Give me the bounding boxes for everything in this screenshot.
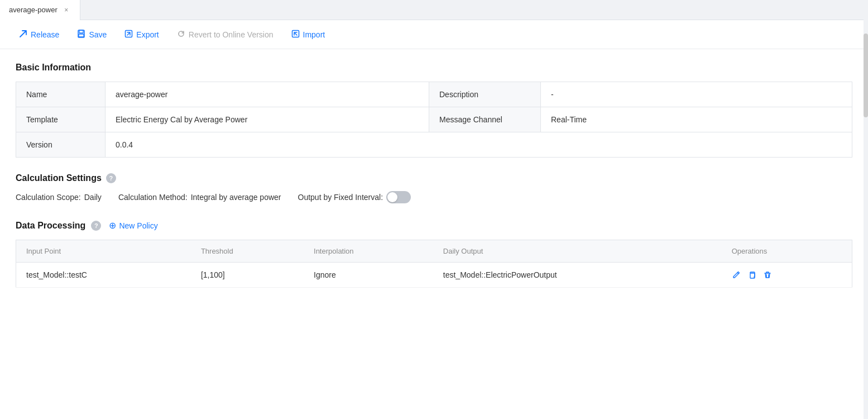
calc-settings-header: Calculation Settings ?: [16, 173, 852, 183]
version-value: 0.0.4: [105, 132, 852, 158]
data-processing-title: Data Processing: [16, 221, 85, 231]
main-content: Basic Information Name average-power Des…: [0, 49, 868, 419]
col-input-point: Input Point: [16, 240, 191, 263]
new-policy-button[interactable]: ⊕ New Policy: [107, 219, 160, 232]
release-icon: [19, 30, 27, 40]
name-label: Name: [16, 82, 105, 107]
threshold-value: [1,100]: [191, 263, 304, 288]
method-label: Calculation Method:: [118, 193, 188, 202]
data-processing-table: Input Point Threshold Interpolation Dail…: [16, 240, 852, 288]
data-proc-help-icon[interactable]: ?: [91, 221, 101, 231]
tab-close-icon[interactable]: ×: [62, 6, 71, 15]
basic-info-title: Basic Information: [16, 63, 852, 73]
table-row: Template Electric Energy Cal by Average …: [16, 107, 852, 132]
interval-label: Output by Fixed Interval:: [298, 193, 383, 202]
name-value: average-power: [105, 82, 429, 107]
col-operations: Operations: [722, 240, 852, 263]
toggle-thumb: [387, 192, 397, 202]
svg-rect-2: [79, 34, 84, 37]
template-label: Template: [16, 107, 105, 132]
calc-settings-title: Calculation Settings: [16, 173, 102, 183]
calc-scope-item: Calculation Scope: Daily: [16, 193, 102, 202]
toolbar: Release Save Export Revert to Online Ver…: [0, 20, 868, 49]
plus-icon: ⊕: [109, 220, 116, 231]
scrollbar-thumb[interactable]: [864, 34, 868, 117]
save-label: Save: [89, 30, 107, 39]
delete-icon[interactable]: [763, 270, 772, 279]
col-threshold: Threshold: [191, 240, 304, 263]
edit-icon[interactable]: [732, 270, 741, 279]
message-channel-value: Real-Time: [541, 107, 852, 132]
tab-label: average-power: [9, 6, 57, 14]
message-channel-label: Message Channel: [429, 107, 541, 132]
operations-cell: [722, 263, 852, 288]
toggle-track[interactable]: [386, 191, 411, 203]
basic-info-table: Name average-power Description - Templat…: [16, 82, 852, 158]
calc-help-icon[interactable]: ?: [106, 173, 116, 183]
save-button[interactable]: Save: [69, 26, 114, 43]
import-button[interactable]: Import: [284, 26, 333, 43]
export-label: Export: [136, 30, 159, 39]
import-icon: [291, 30, 300, 40]
revert-button[interactable]: Revert to Online Version: [169, 26, 281, 43]
calc-settings-row: Calculation Scope: Daily Calculation Met…: [16, 191, 852, 203]
interpolation-value: Ignore: [304, 263, 433, 288]
scope-label: Calculation Scope:: [16, 193, 81, 202]
table-row: Name average-power Description -: [16, 82, 852, 107]
table-row: Version 0.0.4: [16, 132, 852, 158]
table-header-row: Input Point Threshold Interpolation Dail…: [16, 240, 852, 263]
tab-bar: average-power ×: [0, 0, 868, 20]
table-row: test_Model::testC [1,100] Ignore test_Mo…: [16, 263, 852, 288]
export-icon: [124, 30, 133, 40]
new-policy-label: New Policy: [119, 221, 157, 230]
calc-interval-item: Output by Fixed Interval:: [298, 191, 411, 203]
daily-output-value: test_Model::ElectricPowerOutput: [433, 263, 722, 288]
calc-method-item: Calculation Method: Integral by average …: [118, 193, 281, 202]
col-interpolation: Interpolation: [304, 240, 433, 263]
version-label: Version: [16, 132, 105, 158]
release-label: Release: [31, 30, 59, 39]
scrollbar-track[interactable]: [864, 0, 868, 419]
col-daily-output: Daily Output: [433, 240, 722, 263]
export-button[interactable]: Export: [117, 26, 166, 43]
input-point-value: test_Model::testC: [16, 263, 191, 288]
revert-label: Revert to Online Version: [189, 30, 274, 39]
description-value: -: [541, 82, 852, 107]
copy-icon[interactable]: [747, 270, 756, 279]
save-icon: [77, 30, 85, 40]
ops-container: [732, 270, 842, 279]
import-label: Import: [303, 30, 325, 39]
tab-average-power[interactable]: average-power ×: [0, 0, 80, 20]
fixed-interval-toggle[interactable]: [386, 191, 411, 203]
description-label: Description: [429, 82, 541, 107]
scope-value: Daily: [84, 193, 102, 202]
revert-icon: [177, 30, 185, 40]
release-button[interactable]: Release: [11, 26, 67, 43]
template-value: Electric Energy Cal by Average Power: [105, 107, 429, 132]
data-processing-header: Data Processing ? ⊕ New Policy: [16, 219, 852, 232]
method-value: Integral by average power: [191, 193, 281, 202]
